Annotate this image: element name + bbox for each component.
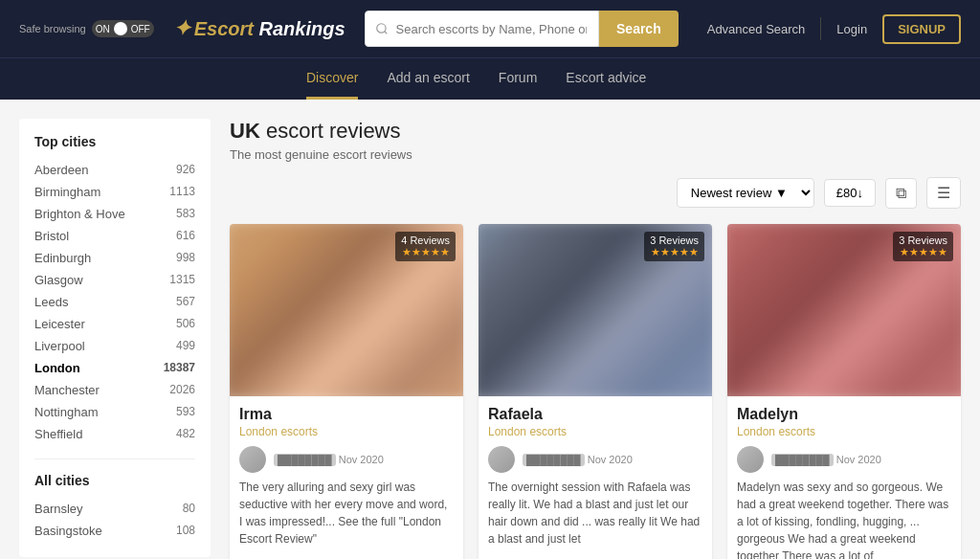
reviewer-row: ████████ Nov 2020 [239, 446, 454, 473]
sliders-icon: ⧉ [896, 185, 906, 201]
escort-name: Irma [239, 406, 454, 423]
city-count: 998 [176, 251, 195, 265]
reviewer-date: ████████ Nov 2020 [771, 454, 881, 465]
city-count: 567 [176, 295, 195, 309]
city-name: Aberdeen [34, 163, 88, 177]
toolbar: Newest review ▼ £80↓ ⧉ ☰ [230, 177, 961, 209]
card-body: Madelyn London escorts ████████ Nov 2020… [727, 396, 961, 559]
reviews-badge: 3 Reviews ★★★★★ [644, 232, 704, 261]
city-name: Leicester [34, 317, 85, 331]
all-cities-title: All cities [34, 473, 195, 488]
card-body: Rafaela London escorts ████████ Nov 2020… [479, 396, 712, 557]
city-count: 593 [176, 405, 195, 419]
city-row[interactable]: Aberdeen926 [34, 159, 195, 181]
city-name: London [34, 361, 80, 375]
city-name: Liverpool [34, 339, 85, 353]
city-name: Bristol [34, 229, 69, 243]
city-count: 499 [176, 339, 195, 353]
city-row[interactable]: Manchester2026 [34, 379, 195, 401]
escort-card[interactable]: 3 Reviews ★★★★★ Madelyn London escorts █… [727, 224, 961, 559]
all-cities-list: Barnsley80Basingstoke108 [34, 498, 195, 542]
nav-escort-advice[interactable]: Escort advice [566, 58, 646, 100]
logo-icon: ✦ [173, 16, 190, 41]
main-nav: Discover Add an escort Forum Escort advi… [0, 57, 980, 100]
reviewer-avatar [488, 446, 515, 473]
city-row[interactable]: Brighton & Hove583 [34, 203, 195, 225]
city-count: 926 [176, 163, 195, 177]
review-text: The very alluring and sexy girl was sedu… [239, 479, 454, 548]
nav-discover[interactable]: Discover [306, 58, 358, 100]
safe-browsing: Safe browsing ON OFF [19, 20, 154, 37]
header: Safe browsing ON OFF ✦ Escort Rankings S… [0, 0, 980, 57]
review-text: Madelyn was sexy and so gorgeous. We had… [737, 479, 951, 559]
city-row[interactable]: Nottingham593 [34, 401, 195, 423]
toggle-knob [114, 22, 127, 35]
city-row[interactable]: Leicester506 [34, 313, 195, 335]
sidebar: Top cities Aberdeen926Birmingham1113Brig… [19, 119, 211, 557]
city-name: Brighton & Hove [34, 207, 125, 221]
logo[interactable]: ✦ Escort Rankings [173, 16, 345, 41]
advanced-search-link[interactable]: Advanced Search [707, 22, 806, 36]
search-button[interactable]: Search [599, 11, 679, 47]
reviewer-avatar [239, 446, 266, 473]
list-view-button[interactable]: ☰ [926, 177, 961, 209]
escort-location[interactable]: London escorts [239, 425, 454, 438]
escort-location[interactable]: London escorts [737, 425, 951, 438]
search-bar: Search [365, 11, 679, 47]
city-row[interactable]: Basingstoke108 [34, 520, 195, 542]
city-count: 2026 [169, 383, 195, 397]
reviews-badge: 3 Reviews ★★★★★ [893, 232, 953, 261]
city-row[interactable]: Glasgow1315 [34, 269, 195, 291]
nav-add-escort[interactable]: Add an escort [387, 58, 469, 100]
city-name: Sheffield [34, 427, 82, 441]
avatar-image [737, 446, 764, 473]
search-input[interactable] [365, 11, 599, 47]
review-text: The overnight session with Rafaela was r… [488, 479, 702, 548]
city-row[interactable]: Edinburgh998 [34, 247, 195, 269]
city-row[interactable]: Bristol616 [34, 225, 195, 247]
escort-card[interactable]: 3 Reviews ★★★★★ Rafaela London escorts █… [479, 224, 712, 559]
city-row[interactable]: Birmingham1113 [34, 181, 195, 203]
city-count: 80 [183, 502, 195, 516]
page-title: UK escort reviews [230, 119, 961, 144]
city-name: Barnsley [34, 502, 83, 516]
list-icon: ☰ [937, 185, 950, 201]
cards-grid: 4 Reviews ★★★★★ Irma London escorts ████… [230, 224, 961, 559]
city-row[interactable]: Barnsley80 [34, 498, 195, 520]
safe-browsing-label: Safe browsing [19, 23, 86, 34]
city-name: Glasgow [34, 273, 83, 287]
city-row[interactable]: Liverpool499 [34, 335, 195, 357]
city-name: Edinburgh [34, 251, 91, 265]
escort-name: Rafaela [488, 406, 702, 423]
city-name: Basingstoke [34, 524, 102, 538]
escort-card[interactable]: 4 Reviews ★★★★★ Irma London escorts ████… [230, 224, 463, 559]
card-image: 4 Reviews ★★★★★ [230, 224, 463, 396]
safe-browsing-toggle[interactable]: ON OFF [92, 20, 154, 37]
nav-forum[interactable]: Forum [499, 58, 537, 100]
city-count: 18387 [164, 361, 195, 375]
card-image: 3 Reviews ★★★★★ [479, 224, 712, 396]
sidebar-divider [34, 458, 195, 459]
city-count: 108 [176, 524, 195, 538]
reviewer-date: ████████ Nov 2020 [274, 454, 384, 465]
city-row[interactable]: Leeds567 [34, 291, 195, 313]
price-filter-button[interactable]: £80↓ [824, 179, 876, 207]
card-image: 3 Reviews ★★★★★ [727, 224, 961, 396]
content-area: UK escort reviews The most genuine escor… [230, 119, 961, 559]
sort-select[interactable]: Newest review ▼ [677, 178, 814, 208]
city-count: 506 [176, 317, 195, 331]
city-row[interactable]: Sheffield482 [34, 423, 195, 445]
city-name: Nottingham [34, 405, 98, 419]
login-link[interactable]: Login [836, 22, 867, 36]
card-body: Irma London escorts ████████ Nov 2020 Th… [230, 396, 463, 557]
escort-location[interactable]: London escorts [488, 425, 702, 438]
reviewer-row: ████████ Nov 2020 [737, 446, 951, 473]
city-count: 482 [176, 427, 195, 441]
city-row[interactable]: London18387 [34, 357, 195, 379]
reviewer-avatar [737, 446, 764, 473]
divider [820, 17, 821, 40]
signup-button[interactable]: SIGNUP [882, 14, 961, 44]
reviewer-row: ████████ Nov 2020 [488, 446, 702, 473]
filter-icon-button[interactable]: ⧉ [885, 178, 917, 209]
top-cities-title: Top cities [34, 134, 195, 149]
